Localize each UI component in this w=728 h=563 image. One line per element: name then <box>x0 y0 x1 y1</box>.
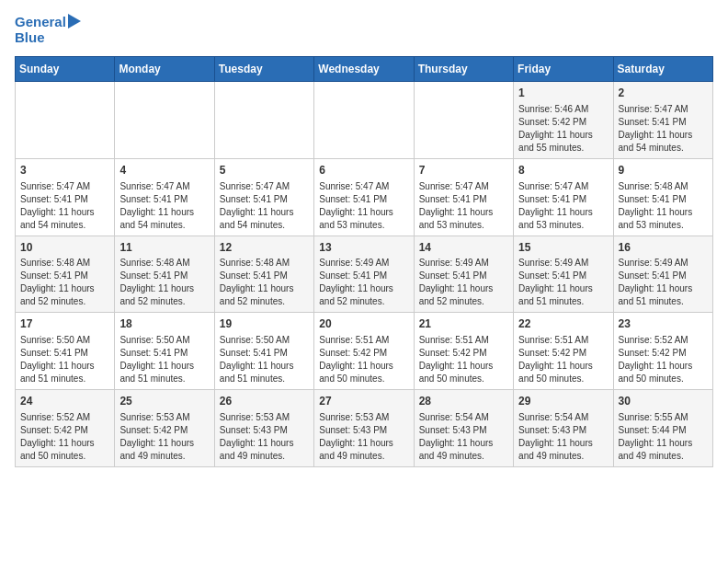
calendar-cell: 17Sunrise: 5:50 AM Sunset: 5:41 PM Dayli… <box>16 313 115 390</box>
day-number: 9 <box>619 163 708 178</box>
day-info: Sunrise: 5:47 AM Sunset: 5:41 PM Dayligh… <box>518 180 608 232</box>
day-info: Sunrise: 5:51 AM Sunset: 5:42 PM Dayligh… <box>319 334 408 385</box>
calendar-cell: 24Sunrise: 5:52 AM Sunset: 5:42 PM Dayli… <box>16 390 115 467</box>
calendar-cell: 23Sunrise: 5:52 AM Sunset: 5:42 PM Dayli… <box>613 313 712 390</box>
weekday-header: Friday <box>514 57 613 82</box>
calendar-cell: 25Sunrise: 5:53 AM Sunset: 5:42 PM Dayli… <box>115 390 214 467</box>
day-number: 24 <box>20 394 109 409</box>
day-number: 4 <box>119 163 209 178</box>
day-number: 6 <box>319 163 408 178</box>
day-number: 8 <box>518 163 608 178</box>
day-info: Sunrise: 5:55 AM Sunset: 5:44 PM Dayligh… <box>619 411 708 463</box>
day-info: Sunrise: 5:47 AM Sunset: 5:41 PM Dayligh… <box>220 180 309 232</box>
calendar-cell: 11Sunrise: 5:48 AM Sunset: 5:41 PM Dayli… <box>115 236 214 313</box>
calendar-cell: 5Sunrise: 5:47 AM Sunset: 5:41 PM Daylig… <box>214 158 313 236</box>
calendar-cell: 9Sunrise: 5:48 AM Sunset: 5:41 PM Daylig… <box>613 158 712 236</box>
day-info: Sunrise: 5:48 AM Sunset: 5:41 PM Dayligh… <box>619 180 708 232</box>
day-info: Sunrise: 5:47 AM Sunset: 5:41 PM Dayligh… <box>419 180 508 232</box>
calendar-cell <box>314 82 414 159</box>
calendar-cell: 16Sunrise: 5:49 AM Sunset: 5:41 PM Dayli… <box>613 236 712 313</box>
day-number: 1 <box>518 86 608 101</box>
calendar-cell: 8Sunrise: 5:47 AM Sunset: 5:41 PM Daylig… <box>514 158 613 236</box>
day-info: Sunrise: 5:51 AM Sunset: 5:42 PM Dayligh… <box>419 334 508 385</box>
day-number: 2 <box>619 86 708 101</box>
calendar-cell: 4Sunrise: 5:47 AM Sunset: 5:41 PM Daylig… <box>115 158 214 236</box>
logo-text-blue: Blue <box>15 30 45 46</box>
weekday-header: Saturday <box>613 57 712 82</box>
day-info: Sunrise: 5:51 AM Sunset: 5:42 PM Dayligh… <box>518 334 608 385</box>
day-info: Sunrise: 5:53 AM Sunset: 5:43 PM Dayligh… <box>319 411 408 463</box>
day-number: 15 <box>518 240 608 256</box>
calendar-cell: 15Sunrise: 5:49 AM Sunset: 5:41 PM Dayli… <box>514 236 613 313</box>
calendar-cell: 22Sunrise: 5:51 AM Sunset: 5:42 PM Dayli… <box>514 313 613 390</box>
day-number: 13 <box>319 240 408 256</box>
day-number: 30 <box>619 394 708 409</box>
weekday-header: Sunday <box>16 57 115 82</box>
calendar-table: SundayMondayTuesdayWednesdayThursdayFrid… <box>15 56 713 467</box>
calendar-cell: 10Sunrise: 5:48 AM Sunset: 5:41 PM Dayli… <box>16 236 115 313</box>
day-info: Sunrise: 5:46 AM Sunset: 5:42 PM Dayligh… <box>518 103 608 155</box>
calendar-cell: 7Sunrise: 5:47 AM Sunset: 5:41 PM Daylig… <box>414 158 513 236</box>
day-number: 14 <box>419 240 508 256</box>
day-info: Sunrise: 5:49 AM Sunset: 5:41 PM Dayligh… <box>619 257 708 308</box>
day-info: Sunrise: 5:49 AM Sunset: 5:41 PM Dayligh… <box>319 257 408 308</box>
calendar-cell: 2Sunrise: 5:47 AM Sunset: 5:41 PM Daylig… <box>613 82 712 159</box>
weekday-header: Thursday <box>414 57 513 82</box>
day-number: 12 <box>220 240 309 256</box>
page-header: General Blue <box>15 15 713 45</box>
day-number: 28 <box>419 394 508 409</box>
day-info: Sunrise: 5:50 AM Sunset: 5:41 PM Dayligh… <box>20 334 109 385</box>
day-number: 10 <box>20 240 109 256</box>
calendar-cell <box>214 82 313 159</box>
day-info: Sunrise: 5:47 AM Sunset: 5:41 PM Dayligh… <box>119 180 209 232</box>
day-number: 11 <box>119 240 209 256</box>
day-info: Sunrise: 5:50 AM Sunset: 5:41 PM Dayligh… <box>119 334 209 385</box>
day-number: 20 <box>319 316 408 332</box>
weekday-header: Monday <box>115 57 214 82</box>
day-number: 17 <box>20 316 109 332</box>
day-number: 18 <box>119 316 209 332</box>
day-info: Sunrise: 5:52 AM Sunset: 5:42 PM Dayligh… <box>20 411 109 463</box>
day-number: 3 <box>20 163 109 178</box>
day-info: Sunrise: 5:48 AM Sunset: 5:41 PM Dayligh… <box>119 257 209 308</box>
day-number: 29 <box>518 394 608 409</box>
weekday-header: Tuesday <box>214 57 313 82</box>
day-number: 26 <box>220 394 309 409</box>
calendar-cell <box>115 82 214 159</box>
calendar-cell: 26Sunrise: 5:53 AM Sunset: 5:43 PM Dayli… <box>214 390 313 467</box>
day-info: Sunrise: 5:54 AM Sunset: 5:43 PM Dayligh… <box>419 411 508 463</box>
day-info: Sunrise: 5:53 AM Sunset: 5:43 PM Dayligh… <box>220 411 309 463</box>
day-number: 21 <box>419 316 508 332</box>
calendar-cell: 3Sunrise: 5:47 AM Sunset: 5:41 PM Daylig… <box>16 158 115 236</box>
day-info: Sunrise: 5:47 AM Sunset: 5:41 PM Dayligh… <box>319 180 408 232</box>
calendar-cell: 20Sunrise: 5:51 AM Sunset: 5:42 PM Dayli… <box>314 313 414 390</box>
day-info: Sunrise: 5:53 AM Sunset: 5:42 PM Dayligh… <box>119 411 209 463</box>
calendar-cell: 19Sunrise: 5:50 AM Sunset: 5:41 PM Dayli… <box>214 313 313 390</box>
calendar-cell <box>414 82 513 159</box>
calendar-cell: 29Sunrise: 5:54 AM Sunset: 5:43 PM Dayli… <box>514 390 613 467</box>
day-number: 27 <box>319 394 408 409</box>
day-number: 5 <box>220 163 309 178</box>
day-info: Sunrise: 5:47 AM Sunset: 5:41 PM Dayligh… <box>619 103 708 155</box>
day-info: Sunrise: 5:52 AM Sunset: 5:42 PM Dayligh… <box>619 334 708 385</box>
calendar-cell: 1Sunrise: 5:46 AM Sunset: 5:42 PM Daylig… <box>514 82 613 159</box>
day-number: 22 <box>518 316 608 332</box>
weekday-header: Wednesday <box>314 57 414 82</box>
day-number: 7 <box>419 163 508 178</box>
calendar-cell: 27Sunrise: 5:53 AM Sunset: 5:43 PM Dayli… <box>314 390 414 467</box>
day-number: 16 <box>619 240 708 256</box>
calendar-cell: 18Sunrise: 5:50 AM Sunset: 5:41 PM Dayli… <box>115 313 214 390</box>
day-info: Sunrise: 5:48 AM Sunset: 5:41 PM Dayligh… <box>20 257 109 308</box>
calendar-cell: 28Sunrise: 5:54 AM Sunset: 5:43 PM Dayli… <box>414 390 513 467</box>
day-info: Sunrise: 5:48 AM Sunset: 5:41 PM Dayligh… <box>220 257 309 308</box>
day-number: 23 <box>619 316 708 332</box>
day-info: Sunrise: 5:49 AM Sunset: 5:41 PM Dayligh… <box>419 257 508 308</box>
logo-text: General <box>15 15 66 30</box>
calendar-cell: 14Sunrise: 5:49 AM Sunset: 5:41 PM Dayli… <box>414 236 513 313</box>
day-number: 19 <box>220 316 309 332</box>
day-info: Sunrise: 5:47 AM Sunset: 5:41 PM Dayligh… <box>20 180 109 232</box>
calendar-cell: 13Sunrise: 5:49 AM Sunset: 5:41 PM Dayli… <box>314 236 414 313</box>
day-number: 25 <box>119 394 209 409</box>
logo-arrow-icon <box>68 14 81 29</box>
logo: General Blue <box>15 15 81 45</box>
